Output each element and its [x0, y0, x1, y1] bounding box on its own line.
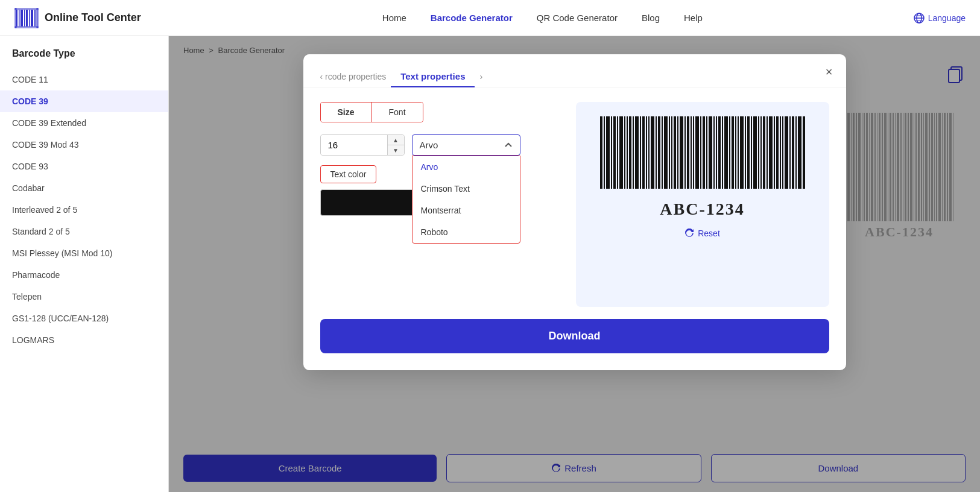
barcode-preview: ABC-1234 Reset	[576, 102, 829, 307]
svg-rect-4	[26, 10, 28, 27]
svg-rect-121	[785, 116, 788, 189]
prop-tab-size[interactable]: Size	[321, 102, 371, 122]
svg-rect-88	[680, 116, 683, 189]
language-button[interactable]: Language	[914, 13, 966, 24]
color-swatch[interactable]	[320, 189, 417, 216]
svg-rect-70	[624, 116, 625, 189]
svg-rect-100	[718, 116, 721, 189]
nav-home[interactable]: Home	[382, 13, 406, 23]
svg-rect-1	[19, 10, 20, 27]
svg-rect-63	[600, 116, 602, 189]
sidebar-item-telepen[interactable]: Telepen	[0, 286, 168, 308]
svg-rect-92	[693, 116, 694, 189]
nav-blog[interactable]: Blog	[642, 13, 660, 23]
font-option-montserrat[interactable]: Montserrat	[413, 200, 520, 221]
svg-rect-84	[669, 116, 670, 189]
svg-rect-72	[629, 116, 631, 189]
svg-rect-73	[633, 116, 634, 189]
svg-rect-111	[753, 116, 757, 189]
svg-rect-123	[792, 116, 794, 189]
nav-barcode-generator[interactable]: Barcode Generator	[431, 13, 513, 23]
logo-text: Online Tool Center	[45, 11, 141, 24]
svg-rect-80	[656, 116, 657, 189]
svg-rect-67	[613, 116, 616, 189]
svg-rect-65	[606, 116, 610, 189]
svg-rect-86	[674, 116, 676, 189]
sidebar-item-code39[interactable]: CODE 39	[0, 90, 168, 112]
sidebar-item-codabar[interactable]: Codabar	[0, 177, 168, 199]
sidebar-item-code39mod43[interactable]: CODE 39 Mod 43	[0, 134, 168, 156]
sidebar-item-interleaved[interactable]: Interleaved 2 of 5	[0, 199, 168, 221]
svg-rect-114	[763, 116, 765, 189]
nav-qr-generator[interactable]: QR Code Generator	[537, 13, 618, 23]
svg-rect-113	[760, 116, 762, 189]
size-decrement[interactable]: ▼	[387, 145, 404, 155]
svg-rect-93	[695, 116, 699, 189]
svg-rect-79	[651, 116, 654, 189]
svg-rect-71	[627, 116, 628, 189]
font-option-crimson[interactable]: Crimson Text	[413, 178, 520, 200]
svg-rect-104	[732, 116, 734, 189]
svg-rect-75	[640, 116, 641, 189]
language-label: Language	[928, 13, 966, 23]
svg-rect-64	[604, 116, 605, 189]
modal-tab-next[interactable]: ›	[479, 72, 482, 81]
svg-rect-7	[34, 10, 36, 27]
svg-rect-108	[745, 116, 746, 189]
svg-rect-90	[687, 116, 689, 189]
sidebar-item-code39ext[interactable]: CODE 39 Extended	[0, 112, 168, 134]
font-option-arvo[interactable]: Arvo	[413, 156, 520, 178]
svg-rect-119	[780, 116, 781, 189]
font-selected-label: Arvo	[420, 140, 438, 150]
svg-rect-105	[735, 116, 736, 189]
barcode-svg-area	[590, 116, 815, 195]
modal-close-button[interactable]: ×	[826, 65, 833, 79]
reset-label: Reset	[698, 229, 720, 238]
svg-rect-124	[795, 116, 797, 189]
size-input-wrap: 16 ▲ ▼	[320, 134, 405, 156]
svg-rect-117	[774, 116, 775, 189]
sidebar-item-standard25[interactable]: Standard 2 of 5	[0, 221, 168, 242]
font-option-roboto[interactable]: Roboto	[413, 221, 520, 243]
svg-rect-126	[803, 116, 805, 189]
reset-button[interactable]: Reset	[684, 229, 720, 238]
modal-tab-text-properties[interactable]: Text properties	[391, 66, 475, 87]
sidebar: Barcode Type CODE 11 CODE 39 CODE 39 Ext…	[0, 36, 169, 492]
font-dropdown-trigger[interactable]: Arvo	[412, 134, 520, 156]
modal-tab-prev[interactable]: ‹ rcode properties	[320, 72, 387, 81]
svg-rect-98	[713, 116, 715, 189]
modal: ‹ rcode properties Text properties › × S…	[303, 54, 846, 370]
sidebar-item-pharmacode[interactable]: Pharmacode	[0, 264, 168, 286]
nav-help[interactable]: Help	[684, 13, 703, 23]
svg-rect-2	[21, 10, 23, 27]
svg-rect-106	[738, 116, 739, 189]
modal-body: Size Font 16 ▲ ▼	[303, 87, 846, 307]
header: Online Tool Center Home Barcode Generato…	[0, 0, 980, 36]
main-nav: Home Barcode Generator QR Code Generator…	[171, 13, 914, 23]
svg-rect-122	[789, 116, 791, 189]
sidebar-item-gs1[interactable]: GS1-128 (UCC/EAN-128)	[0, 308, 168, 329]
modal-download-button[interactable]: Download	[320, 319, 829, 353]
svg-rect-77	[646, 116, 647, 189]
content-area: Home > Barcode Generator	[169, 36, 980, 492]
sidebar-item-logmars[interactable]: LOGMARS	[0, 329, 168, 351]
svg-rect-87	[677, 116, 678, 189]
svg-rect-102	[724, 116, 728, 189]
reset-icon	[684, 229, 694, 238]
prop-tab-font[interactable]: Font	[371, 102, 423, 122]
svg-rect-109	[747, 116, 750, 189]
logo-icon	[14, 6, 39, 30]
svg-rect-83	[664, 116, 668, 189]
font-dropdown-menu: Arvo Crimson Text Montserrat Roboto	[412, 156, 520, 244]
svg-rect-69	[619, 116, 623, 189]
sidebar-item-code11[interactable]: CODE 11	[0, 69, 168, 90]
svg-rect-97	[709, 116, 712, 189]
modal-tabs: ‹ rcode properties Text properties ›	[303, 54, 846, 87]
svg-rect-68	[617, 116, 618, 189]
svg-rect-125	[798, 116, 801, 189]
size-increment[interactable]: ▲	[387, 135, 404, 145]
text-color-label: Text color	[320, 165, 377, 183]
svg-rect-74	[635, 116, 639, 189]
sidebar-item-msi[interactable]: MSI Plessey (MSI Mod 10)	[0, 242, 168, 264]
sidebar-item-code93[interactable]: CODE 93	[0, 156, 168, 177]
